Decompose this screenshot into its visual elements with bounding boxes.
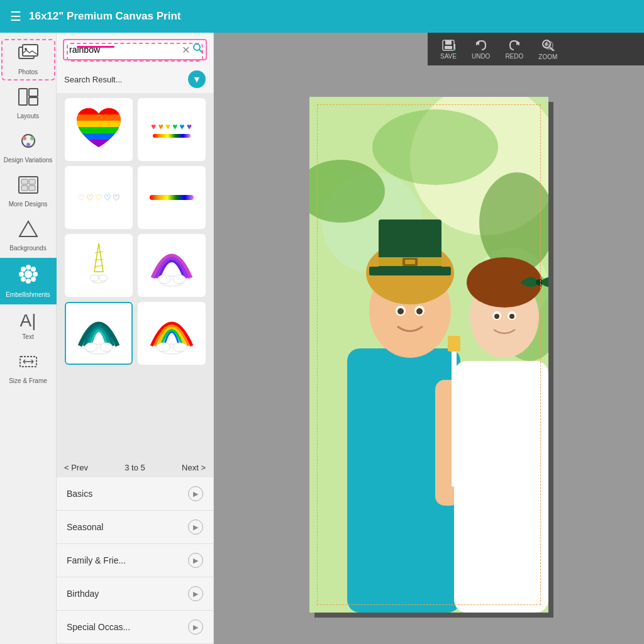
svg-point-50 — [85, 343, 97, 352]
canvas-photo — [309, 97, 548, 613]
sidebar-item-more-designs[interactable]: More Designs — [0, 170, 57, 214]
category-special-label: Special Occas... — [67, 622, 130, 632]
svg-rect-58 — [445, 46, 452, 49]
category-family-arrow[interactable]: ▶ — [188, 553, 203, 568]
size-frame-icon — [18, 353, 38, 375]
search-box: ✕ — [63, 39, 207, 60]
svg-point-20 — [33, 272, 38, 277]
sidebar-item-design-label: Design Variations — [4, 157, 53, 164]
svg-line-32 — [199, 50, 203, 53]
category-seasonal-arrow[interactable]: ▶ — [188, 519, 203, 535]
search-clear-button[interactable]: ✕ — [182, 44, 190, 56]
category-basics-arrow[interactable]: ▶ — [188, 486, 203, 501]
svg-point-89 — [416, 308, 423, 314]
grid-item-purple-rainbow[interactable] — [138, 234, 206, 297]
undo-button[interactable]: UNDO — [472, 39, 490, 60]
svg-point-51 — [100, 343, 113, 352]
svg-rect-82 — [369, 267, 451, 275]
sidebar-item-embellishments[interactable]: Embellishments — [0, 258, 57, 304]
svg-point-88 — [397, 308, 404, 314]
save-button[interactable]: SAVE — [440, 39, 457, 60]
main-layout: Photos Layouts Design Var — [0, 33, 644, 644]
search-area: ✕ — [57, 33, 213, 65]
zoom-button[interactable]: ZOOM — [538, 38, 557, 60]
canvas-frame — [309, 97, 548, 613]
svg-rect-4 — [29, 89, 38, 96]
redo-button[interactable]: REDO — [505, 39, 523, 60]
grid-item-outline-hearts[interactable]: ♡ ♡ ♡ ♡ ♡ — [65, 166, 133, 229]
svg-rect-3 — [19, 89, 27, 105]
svg-rect-36 — [77, 127, 121, 133]
canvas-white[interactable] — [309, 97, 548, 613]
svg-point-7 — [23, 136, 26, 140]
grid-row-4 — [62, 302, 208, 365]
sidebar-item-backgrounds-label: Backgrounds — [9, 245, 46, 252]
sidebar-item-text[interactable]: A| Text — [0, 304, 57, 347]
results-title: Search Result... — [64, 75, 123, 84]
sidebar-item-layouts-label: Layouts — [17, 113, 39, 119]
grid-item-unicorn[interactable] — [65, 234, 133, 297]
svg-point-16 — [25, 270, 32, 278]
svg-marker-39 — [94, 243, 103, 272]
grid-item-colorful-rainbow[interactable] — [138, 302, 206, 365]
category-birthday[interactable]: Birthday ▶ — [57, 577, 213, 611]
svg-rect-35 — [77, 121, 121, 127]
grid-item-small-hearts[interactable]: ♥ ♥ ♥ ♥ ♥ ♥ — [138, 98, 206, 161]
next-button[interactable]: Next > — [182, 463, 206, 472]
zoom-label: ZOOM — [538, 53, 557, 60]
sidebar-item-photos[interactable]: Photos — [0, 38, 57, 82]
page-title: 16x12" Premium Canvas Print — [29, 10, 180, 23]
category-family-label: Family & Frie... — [67, 555, 126, 565]
sidebar-item-backgrounds[interactable]: Backgrounds — [0, 214, 57, 258]
sidebar-icons: Photos Layouts Design Var — [0, 33, 57, 644]
canvas-bg — [214, 65, 644, 644]
grid-item-teal-rainbow[interactable] — [65, 302, 133, 365]
prev-button[interactable]: < Prev — [64, 463, 88, 472]
svg-point-48 — [173, 275, 186, 284]
svg-point-96 — [536, 279, 542, 286]
svg-rect-12 — [29, 179, 35, 184]
sidebar-item-layouts[interactable]: Layouts — [0, 82, 57, 126]
sidebar-item-size-frame[interactable]: Size & Frame — [0, 347, 57, 391]
svg-point-17 — [26, 265, 31, 270]
svg-point-100 — [509, 314, 514, 319]
sidebar-item-text-label: Text — [22, 333, 33, 340]
svg-rect-38 — [77, 140, 121, 147]
category-special[interactable]: Special Occas... ▶ — [57, 611, 213, 644]
top-bar: ☰ 16x12" Premium Canvas Print — [0, 0, 644, 33]
sidebar-item-more-designs-label: More Designs — [9, 201, 48, 208]
svg-line-68 — [552, 48, 555, 51]
svg-rect-92 — [448, 336, 460, 352]
category-basics[interactable]: Basics ▶ — [57, 477, 213, 511]
svg-marker-52 — [65, 325, 66, 340]
svg-rect-57 — [445, 40, 452, 45]
category-special-arrow[interactable]: ▶ — [188, 619, 203, 635]
more-designs-icon — [18, 176, 38, 198]
redo-label: REDO — [505, 53, 523, 60]
category-seasonal[interactable]: Seasonal ▶ — [57, 511, 213, 544]
svg-rect-13 — [21, 186, 28, 191]
photos-icon — [18, 44, 38, 66]
svg-point-21 — [21, 267, 26, 272]
svg-rect-85 — [405, 260, 415, 264]
results-header: Search Result... ▼ — [57, 65, 213, 93]
svg-point-22 — [31, 267, 36, 272]
canvas-area: SAVE UNDO REDO — [214, 33, 644, 644]
category-family[interactable]: Family & Frie... ▶ — [57, 544, 213, 577]
hamburger-icon[interactable]: ☰ — [10, 9, 21, 24]
svg-rect-5 — [29, 97, 38, 105]
svg-point-23 — [21, 277, 26, 282]
category-basics-label: Basics — [67, 489, 92, 499]
sidebar-item-design-variations[interactable]: Design Variations — [0, 126, 57, 170]
category-birthday-arrow[interactable]: ▶ — [188, 586, 203, 601]
toolbar: SAVE UNDO REDO — [428, 33, 644, 65]
undo-label: UNDO — [472, 53, 490, 60]
text-icon: A| — [20, 311, 36, 331]
panel: ✕ Search Result... ▼ — [57, 33, 214, 644]
pagination: < Prev 3 to 5 Next > — [57, 458, 213, 477]
grid-item-rainbow-heart[interactable] — [65, 98, 133, 161]
search-button[interactable] — [192, 43, 204, 57]
grid-item-rainbow-bar[interactable] — [138, 166, 206, 229]
results-dropdown-button[interactable]: ▼ — [188, 70, 206, 88]
embellishments-grid: ♥ ♥ ♥ ♥ ♥ ♥ ♡ ♡ — [57, 93, 213, 458]
